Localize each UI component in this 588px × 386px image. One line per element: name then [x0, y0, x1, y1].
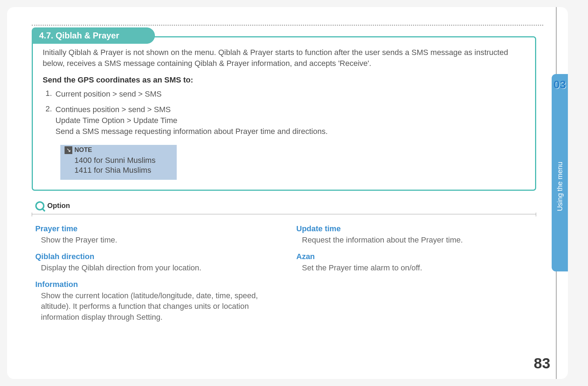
chapter-label: Using the menu: [556, 162, 564, 211]
option-desc: Set the Prayer time alarm to on/off.: [296, 263, 522, 274]
option-desc: Show the Prayer time.: [35, 235, 261, 246]
option-section: Option Prayer time Show the Prayer time.…: [32, 201, 536, 329]
option-title: Qiblah direction: [35, 252, 275, 261]
dotted-divider: [32, 25, 543, 26]
step-item: 1. Current position > send > SMS: [46, 89, 525, 100]
intro-paragraph: Initially Qiblah & Prayer is not shown o…: [43, 47, 525, 69]
option-title: Information: [35, 280, 275, 289]
option-heading: Option: [47, 202, 70, 210]
option-item: Prayer time Show the Prayer time.: [35, 224, 275, 246]
option-title: Prayer time: [35, 224, 275, 233]
sms-heading: Send the GPS coordinates as an SMS to:: [43, 75, 525, 85]
option-item: Information Show the current location (l…: [35, 280, 275, 323]
chapter-tab: 03 Using the menu: [552, 74, 568, 271]
section-title-tab: 4.7. Qiblah & Prayer: [32, 27, 155, 44]
option-header: Option: [35, 201, 536, 210]
note-line: 1411 for Shia Muslims: [74, 165, 156, 176]
steps-list: 1. Current position > send > SMS 2. Cont…: [46, 89, 525, 137]
step-text: Continues position > send > SMS Update T…: [55, 104, 328, 137]
options-column-left: Prayer time Show the Prayer time. Qiblah…: [35, 224, 275, 329]
options-column-right: Update time Request the information abou…: [296, 224, 536, 329]
note-line: 1400 for Sunni Muslims: [74, 155, 156, 166]
step-item: 2. Continues position > send > SMS Updat…: [46, 104, 525, 137]
step-text: Current position > send > SMS: [55, 89, 162, 100]
note-body: 1400 for Sunni Muslims 1411 for Shia Mus…: [65, 155, 156, 176]
options-grid: Prayer time Show the Prayer time. Qiblah…: [32, 224, 536, 329]
step-number: 2.: [46, 104, 52, 137]
step-number: 1.: [46, 89, 52, 100]
manual-page: 03 Using the menu 4.7. Qiblah & Prayer I…: [7, 7, 568, 379]
option-item: Azan Set the Prayer time alarm to on/off…: [296, 252, 536, 274]
option-title: Azan: [296, 252, 536, 261]
page-number: 83: [534, 355, 550, 372]
arrow-down-right-icon: ↘: [65, 146, 72, 154]
option-desc: Show the current location (latitude/long…: [35, 290, 261, 323]
option-item: Qiblah direction Display the Qiblah dire…: [35, 252, 275, 274]
option-desc: Display the Qiblah direction from your l…: [35, 263, 261, 274]
note-box: ↘ NOTE 1400 for Sunni Muslims 1411 for S…: [60, 145, 177, 180]
option-desc: Request the information about the Prayer…: [296, 235, 522, 246]
magnifier-icon: [35, 201, 44, 210]
note-header: ↘ NOTE: [65, 146, 156, 154]
option-rule: [32, 214, 536, 214]
option-title: Update time: [296, 224, 536, 233]
section-box: 4.7. Qiblah & Prayer Initially Qiblah & …: [32, 36, 536, 191]
option-item: Update time Request the information abou…: [296, 224, 536, 246]
note-label: NOTE: [74, 146, 92, 154]
chapter-number: 03: [553, 78, 566, 91]
